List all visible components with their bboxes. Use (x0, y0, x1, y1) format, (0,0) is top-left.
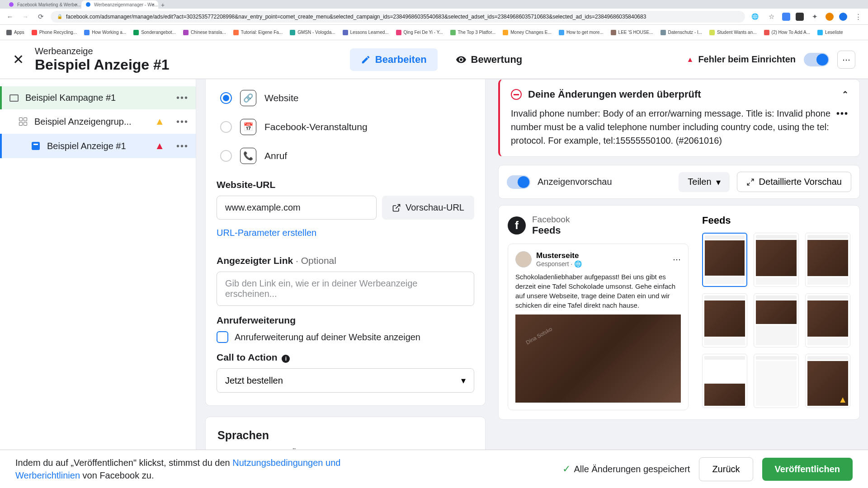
cta-dropdown[interactable]: Jetzt bestellen ▾ (217, 368, 474, 393)
thumb[interactable] (754, 354, 799, 408)
url-params-link[interactable]: URL-Parameter erstellen (217, 228, 316, 238)
bookmark[interactable]: Lessons Learned... (341, 30, 391, 35)
bookmark[interactable]: Money Changes E... (501, 30, 553, 35)
ext-icon[interactable] (826, 13, 834, 21)
thumb[interactable]: ▲ (805, 354, 850, 408)
detailed-preview-button[interactable]: Detaillierte Vorschau (737, 172, 851, 192)
bookmark[interactable]: How Working a... (82, 30, 128, 35)
bookmark[interactable]: (2) How To Add A... (762, 30, 812, 35)
more-icon[interactable]: ••• (176, 93, 189, 103)
website-url-input[interactable]: www.example.com (217, 196, 377, 220)
bookmark[interactable]: Leseliste (816, 30, 844, 35)
ad-image: Dina Sotsko (515, 314, 681, 403)
menu-icon[interactable]: ⋮ (853, 11, 863, 22)
expand-icon (746, 178, 755, 186)
reload-icon[interactable]: ⟳ (35, 11, 46, 22)
thumbs-title: Feeds (702, 215, 850, 226)
display-link-input[interactable]: Gib den Link ein, wie er in deiner Werbe… (217, 272, 474, 306)
more-icon[interactable]: ••• (176, 141, 189, 151)
bookmark[interactable]: Tutorial: Eigene Fa... (231, 30, 284, 35)
chevron-up-icon[interactable]: ⌃ (842, 89, 849, 99)
more-icon[interactable]: ⋯ (673, 254, 681, 264)
bookmark[interactable]: Qing Fei De Yi - Y... (394, 30, 445, 35)
bookmark[interactable]: The Top 3 Platfor... (448, 30, 498, 35)
bookmark[interactable]: GMSN - Vologda... (288, 30, 337, 35)
bookmark[interactable]: Apps (5, 30, 26, 35)
call-extension-label: Anruferweiterung (217, 315, 474, 326)
back-icon[interactable]: ← (5, 11, 15, 22)
header-titles: Werbeanzeige Beispiel Anzeige #1 (35, 46, 170, 73)
ext-icon[interactable] (782, 13, 790, 21)
radio-checked[interactable] (220, 92, 232, 104)
bookmark[interactable]: How to get more... (557, 30, 605, 35)
browser-tab-active[interactable]: Werbeanzeigenmanager - We...× (81, 0, 158, 9)
preview-toggle[interactable] (507, 175, 530, 189)
translate-icon[interactable]: 🌐 (750, 11, 760, 22)
tab-edit[interactable]: Bearbeiten (350, 48, 438, 71)
checkbox[interactable] (217, 331, 228, 343)
sidebar: Beispiel Kampagne #1 ••• Beispiel Anzeig… (0, 79, 196, 450)
profile-icon[interactable] (839, 13, 847, 21)
more-icon[interactable]: ••• (836, 107, 849, 120)
header-title: Beispiel Anzeige #1 (35, 56, 170, 73)
alert-header[interactable]: Deine Änderungen werden überprüft ⌃ (511, 89, 849, 100)
publish-button[interactable]: Veröffentlichen (762, 458, 853, 481)
more-button[interactable]: ⋯ (837, 51, 855, 69)
close-button[interactable]: ✕ (13, 52, 24, 67)
preview-url-button[interactable]: Vorschau-URL (382, 196, 474, 220)
thumb[interactable] (805, 233, 850, 287)
info-icon[interactable]: i (282, 355, 290, 363)
header-toggle[interactable] (804, 53, 829, 66)
warning-icon: ▲ (838, 394, 847, 405)
star-icon[interactable]: ☆ (766, 11, 777, 22)
browser-tab[interactable]: Facebook Marketing & Werbe...× (5, 0, 81, 9)
sidebar-campaign[interactable]: Beispiel Kampagne #1 ••• (0, 86, 196, 109)
thumb[interactable] (702, 293, 747, 347)
bookmark[interactable]: Student Wants an... (708, 30, 758, 35)
back-button[interactable]: Zurück (699, 457, 753, 481)
destination-call[interactable]: 📞 Anruf (217, 141, 474, 170)
preview-label: Anzeigenvorschau (538, 177, 671, 187)
forward-icon[interactable]: → (20, 11, 31, 22)
right-column: Deine Änderungen werden überprüft ⌃ Inva… (495, 79, 868, 450)
external-link-icon (392, 203, 401, 212)
close-icon[interactable]: × (152, 2, 155, 7)
close-icon[interactable]: × (75, 2, 78, 7)
saved-status: ✓ Alle Änderungen gespeichert (562, 463, 690, 475)
radio[interactable] (220, 121, 232, 133)
languages-text: Füge deine eigene Übersetzung hinzu oder… (217, 446, 473, 450)
puzzle-icon[interactable]: ✦ (809, 11, 820, 22)
thumb[interactable] (702, 233, 747, 287)
thumb[interactable] (754, 233, 799, 287)
center-column: 🔗 Website 📅 Facebook-Veranstaltung 📞 Anr… (196, 79, 495, 450)
bookmark[interactable]: Datenschutz - I... (659, 30, 704, 35)
thumb[interactable] (805, 293, 850, 347)
header-tabs: Bearbeiten Bewertung (197, 48, 687, 71)
radio[interactable] (220, 150, 232, 162)
bookmark[interactable]: Sonderangebot... (132, 30, 178, 35)
new-tab-button[interactable]: + (158, 1, 167, 9)
destination-website[interactable]: 🔗 Website (217, 84, 474, 113)
facebook-icon: f (508, 216, 526, 235)
browser-chrome: Facebook Marketing & Werbe...× Werbeanze… (0, 0, 868, 40)
sidebar-adset[interactable]: Beispiel Anzeigengrup... ▲ ••• (0, 109, 196, 134)
thumb[interactable] (754, 293, 799, 347)
share-button[interactable]: Teilen▾ (679, 172, 729, 192)
more-icon[interactable]: ••• (176, 117, 189, 127)
call-extension-checkbox-row[interactable]: Anruferweiterung auf deiner Website anze… (217, 331, 474, 343)
destination-event[interactable]: 📅 Facebook-Veranstaltung (217, 113, 474, 141)
tab-review[interactable]: Bewertung (445, 48, 533, 71)
preview-thumbs: Feeds ▲ (702, 215, 850, 410)
bookmarks-bar: AppsPhone Recycling...How Working a...So… (0, 25, 868, 40)
warning-icon: ▲ (155, 116, 165, 127)
page-name: Musterseite (536, 251, 582, 260)
bookmark[interactable]: Chinese transla... (181, 30, 228, 35)
bookmark[interactable]: LEE 'S HOUSE... (609, 30, 655, 35)
languages-header: Sprachen (217, 429, 473, 442)
ext-icon[interactable] (796, 13, 804, 21)
url-input[interactable]: 🔒facebook.com/adsmanager/manage/ads/edit… (51, 11, 745, 23)
sidebar-ad[interactable]: Beispiel Anzeige #1 ▲ ••• (0, 134, 196, 158)
chevron-down-icon: ▾ (461, 375, 466, 386)
thumb[interactable] (702, 354, 747, 408)
bookmark[interactable]: Phone Recycling... (30, 30, 79, 35)
